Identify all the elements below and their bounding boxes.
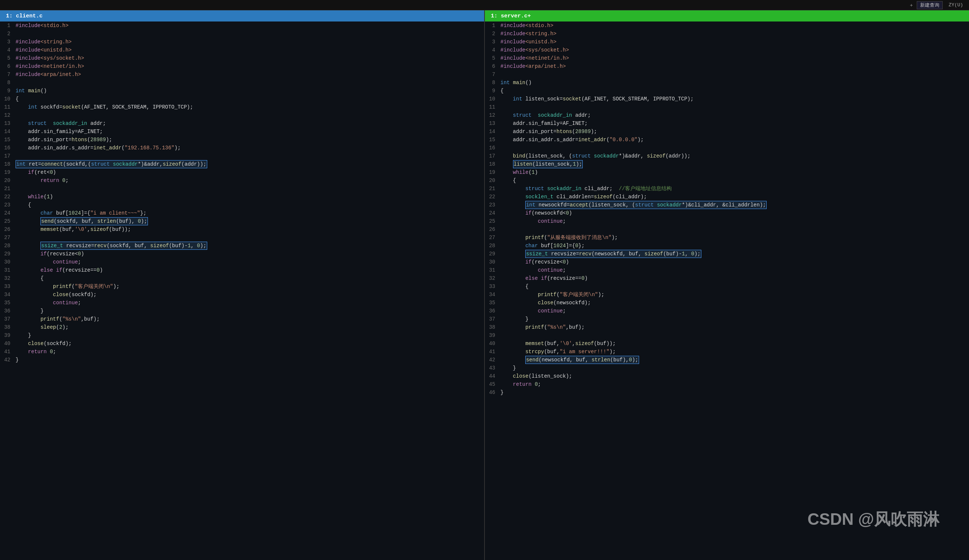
server-line-42: 42 send(newsockfd, buf, strlen(buf),0); — [485, 356, 969, 364]
server-line-28: 28 char buf[1024]={0}; — [485, 242, 969, 250]
client-line-14: 14 addr.sin_family=AF_INET; — [0, 128, 484, 136]
client-line-9: 9 int main() — [0, 87, 484, 95]
new-tab-icon: ＋ — [909, 2, 914, 8]
server-line-40: 40 memset(buf,'\0',sizeof(buf)); — [485, 339, 969, 347]
server-line-25: 25 continue; — [485, 217, 969, 225]
server-line-1: 1 #include<stdio.h> — [485, 22, 969, 30]
client-line-28: 28 ssize_t recvsize=recv(sockfd, buf, si… — [0, 242, 484, 250]
client-line-11: 11 int sockfd=socket(AF_INET, SOCK_STREA… — [0, 103, 484, 111]
server-line-23: 23 int newsockfd=accept(listen_sock, (st… — [485, 201, 969, 209]
client-tab[interactable]: 1: client.c — [0, 10, 484, 22]
client-line-26: 26 memset(buf,'\0',sizeof(buf)); — [0, 225, 484, 233]
client-line-32: 32 { — [0, 274, 484, 282]
server-line-11: 11 — [485, 103, 969, 111]
server-line-20: 20 { — [485, 176, 969, 184]
client-line-24: 24 char buf[1024]={"i am client~~~"}; — [0, 209, 484, 217]
server-line-24: 24 if(newsockfd<0) — [485, 209, 969, 217]
server-line-21: 21 struct sockaddr_in cli_addr; //客户端地址信… — [485, 184, 969, 193]
new-tab-label[interactable]: 新建查询 — [917, 1, 943, 9]
server-line-39: 39 — [485, 331, 969, 339]
server-line-16: 16 — [485, 144, 969, 152]
client-line-38: 38 sleep(2); — [0, 323, 484, 331]
new-tab-area: ＋ 新建查询 ZY(U) — [909, 1, 963, 9]
client-line-4: 4 #include<unistd.h> — [0, 46, 484, 54]
client-line-25: 25 send(sockfd, buf, strlen(buf), 0); — [0, 217, 484, 225]
server-line-10: 10 int listen_sock=socket(AF_INET, SOCK_… — [485, 95, 969, 103]
client-line-34: 34 close(sockfd); — [0, 291, 484, 299]
client-line-1: 1 #include<stdio.h> — [0, 22, 484, 30]
client-line-7: 7 #include<arpa/inet.h> — [0, 70, 484, 78]
client-line-21: 21 — [0, 184, 484, 193]
client-code-area: 1 #include<stdio.h> 2 3 #include<string.… — [0, 22, 484, 560]
server-line-41: 41 strcpy(buf,"i am server!!!"); — [485, 347, 969, 356]
client-line-17: 17 — [0, 152, 484, 160]
server-line-38: 38 printf("%s\n",buf); — [485, 323, 969, 331]
server-line-30: 30 if(recvsize<0) — [485, 258, 969, 266]
client-line-16: 16 addr.sin_addr.s_addr=inet_addr("192.1… — [0, 144, 484, 152]
server-line-33: 33 { — [485, 282, 969, 291]
server-line-2: 2 #include<string.h> — [485, 30, 969, 38]
client-line-3: 3 #include<string.h> — [0, 38, 484, 46]
client-line-12: 12 — [0, 111, 484, 119]
user-label: ZY(U) — [949, 2, 963, 8]
server-line-19: 19 while(1) — [485, 168, 969, 176]
server-line-15: 15 addr.sin_addr.s_addr=inet_addr("0.0.0… — [485, 136, 969, 144]
client-line-37: 37 printf("%s\n",buf); — [0, 315, 484, 323]
client-line-40: 40 close(sockfd); — [0, 339, 484, 347]
client-line-39: 39 } — [0, 331, 484, 339]
server-line-44: 44 close(listen_sock); — [485, 372, 969, 380]
server-line-3: 3 #include<unistd.h> — [485, 38, 969, 46]
client-line-23: 23 { — [0, 201, 484, 209]
server-line-14: 14 addr.sin_port=htons(28989); — [485, 128, 969, 136]
server-line-34: 34 printf("客户端关闭\n"); — [485, 291, 969, 299]
server-line-9: 9 { — [485, 87, 969, 95]
server-line-45: 45 return 0; — [485, 380, 969, 389]
client-line-15: 15 addr.sin_port=htons(28989); — [0, 136, 484, 144]
server-line-27: 27 printf("从服务端接收到了消息\n"); — [485, 233, 969, 242]
server-line-8: 8 int main() — [485, 78, 969, 87]
client-line-42: 42 } — [0, 356, 484, 364]
server-pane: 1: server.c+ 1 #include<stdio.h> 2 #incl… — [485, 10, 969, 560]
server-line-22: 22 socklen_t cli_addrlen=sizeof(cli_addr… — [485, 193, 969, 201]
server-line-36: 36 continue; — [485, 307, 969, 315]
client-line-27: 27 — [0, 233, 484, 242]
client-line-33: 33 printf("客户端关闭\n"); — [0, 282, 484, 291]
server-line-29: 29 ssize_t recvsize=recv(newsockfd, buf,… — [485, 250, 969, 258]
server-line-46: 46 } — [485, 389, 969, 397]
server-line-13: 13 addr.sin_family=AF_INET; — [485, 119, 969, 128]
client-pane: 1: client.c 1 #include<stdio.h> 2 3 #inc… — [0, 10, 485, 560]
server-tab[interactable]: 1: server.c+ — [485, 10, 969, 22]
server-line-18: 18 listen(listen_sock,1); — [485, 160, 969, 168]
client-line-31: 31 else if(recvsize==0) — [0, 266, 484, 274]
client-line-10: 10 { — [0, 95, 484, 103]
server-line-37: 37 } — [485, 315, 969, 323]
client-line-5: 5 #include<sys/socket.h> — [0, 54, 484, 62]
client-line-22: 22 while(1) — [0, 193, 484, 201]
server-line-26: 26 — [485, 225, 969, 233]
client-line-2: 2 — [0, 30, 484, 38]
client-line-41: 41 return 0; — [0, 347, 484, 356]
top-bar: ＋ 新建查询 ZY(U) — [0, 0, 969, 10]
client-line-19: 19 if(ret<0) — [0, 168, 484, 176]
client-line-13: 13 struct sockaddr_in addr; — [0, 119, 484, 128]
server-line-5: 5 #include<netinet/in.h> — [485, 54, 969, 62]
server-line-17: 17 bind(listen_sock, (struct sockaddr*)&… — [485, 152, 969, 160]
client-line-36: 36 } — [0, 307, 484, 315]
server-line-31: 31 continue; — [485, 266, 969, 274]
client-line-29: 29 if(recvsize<0) — [0, 250, 484, 258]
client-line-6: 6 #include<netinet/in.h> — [0, 62, 484, 70]
server-line-35: 35 close(newsockfd); — [485, 299, 969, 307]
server-line-12: 12 struct sockaddr_in addr; — [485, 111, 969, 119]
server-line-6: 6 #include<arpa/inet.h> — [485, 62, 969, 70]
client-line-8: 8 — [0, 78, 484, 87]
client-line-20: 20 return 0; — [0, 176, 484, 184]
server-line-43: 43 } — [485, 364, 969, 372]
client-line-30: 30 continue; — [0, 258, 484, 266]
server-line-7: 7 — [485, 70, 969, 78]
client-line-18: 18 int ret=connect(sockfd,(struct sockad… — [0, 160, 484, 168]
editors-container: 1: client.c 1 #include<stdio.h> 2 3 #inc… — [0, 10, 969, 560]
server-code-area: 1 #include<stdio.h> 2 #include<string.h>… — [485, 22, 969, 560]
server-line-32: 32 else if(recvsize==0) — [485, 274, 969, 282]
client-line-35: 35 continue; — [0, 299, 484, 307]
server-line-4: 4 #include<sys/socket.h> — [485, 46, 969, 54]
